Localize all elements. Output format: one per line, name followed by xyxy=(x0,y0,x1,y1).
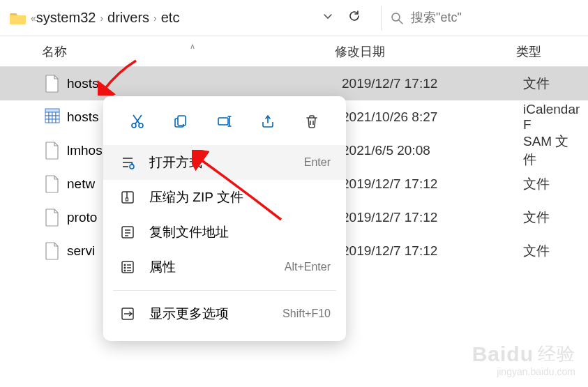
context-menu-label: 打开方式 xyxy=(149,153,304,172)
svg-point-0 xyxy=(392,13,400,21)
search-box[interactable] xyxy=(381,6,582,31)
file-type: 文件 xyxy=(523,242,578,260)
file-row[interactable]: hosts2019/12/7 17:12文件 xyxy=(0,67,588,100)
svg-rect-3 xyxy=(45,112,49,116)
folder-icon xyxy=(10,11,27,25)
refresh-button[interactable] xyxy=(340,6,368,29)
copy-button[interactable] xyxy=(167,107,196,135)
svg-rect-4 xyxy=(49,112,52,116)
context-menu-item[interactable]: 打开方式Enter xyxy=(103,145,346,180)
breadcrumb: system32 › drivers › etc xyxy=(36,10,180,26)
context-menu-item[interactable]: 属性Alt+Enter xyxy=(103,250,346,284)
column-header-date[interactable]: 修改日期 xyxy=(335,43,516,60)
file-type: 文件 xyxy=(523,175,578,193)
watermark: Baidu经验 jingyan.baidu.com xyxy=(472,342,575,377)
chevron-right-icon: › xyxy=(153,13,157,24)
svg-rect-9 xyxy=(52,116,56,119)
context-menu: 打开方式Enter压缩为 ZIP 文件复制文件地址属性Alt+Enter 显示更… xyxy=(103,96,346,341)
svg-rect-7 xyxy=(45,116,49,119)
copy-path-icon xyxy=(119,223,137,241)
chevron-right-icon: › xyxy=(100,13,103,24)
delete-button[interactable] xyxy=(297,107,326,135)
svg-line-1 xyxy=(399,20,402,24)
file-date: 2021/10/26 8:27 xyxy=(342,109,523,125)
svg-rect-20 xyxy=(218,118,228,125)
context-menu-label: 复制文件地址 xyxy=(149,223,331,241)
svg-rect-13 xyxy=(52,119,56,123)
breadcrumb-item[interactable]: system32 xyxy=(36,10,96,26)
svg-point-15 xyxy=(132,123,136,128)
sort-indicator-icon: ∧ xyxy=(190,42,195,51)
rename-button[interactable] xyxy=(210,107,239,135)
context-menu-item[interactable]: 复制文件地址 xyxy=(103,215,346,250)
column-header-type[interactable]: 类型 xyxy=(516,43,578,60)
svg-rect-6 xyxy=(56,112,59,116)
file-type: iCalendar F xyxy=(523,102,580,132)
search-input[interactable] xyxy=(411,10,574,25)
svg-point-29 xyxy=(130,165,134,169)
breadcrumb-item[interactable]: drivers xyxy=(107,10,149,26)
context-menu-label: 压缩为 ZIP 文件 xyxy=(149,188,331,206)
path-dropdown-button[interactable] xyxy=(315,8,340,28)
show-more-icon xyxy=(119,305,137,323)
column-header-name[interactable]: 名称 xyxy=(42,43,335,60)
svg-rect-14 xyxy=(56,119,59,123)
context-menu-shortcut: Enter xyxy=(304,156,331,169)
svg-rect-5 xyxy=(52,112,56,116)
file-type: 文件 xyxy=(523,75,578,93)
context-menu-divider xyxy=(113,290,336,291)
file-type: SAM 文件 xyxy=(523,132,578,169)
context-menu-action-row xyxy=(103,103,346,145)
breadcrumb-sep: « xyxy=(31,13,36,24)
context-menu-shortcut: Alt+Enter xyxy=(285,261,331,273)
svg-rect-30 xyxy=(122,192,133,203)
breadcrumb-area: « system32 › drivers › etc xyxy=(6,6,368,29)
properties-icon xyxy=(119,258,137,276)
svg-rect-12 xyxy=(49,119,52,123)
file-icon xyxy=(45,142,60,160)
svg-rect-10 xyxy=(56,116,59,119)
svg-rect-11 xyxy=(45,119,49,123)
file-icon xyxy=(45,75,60,93)
file-icon xyxy=(45,175,60,193)
search-icon xyxy=(390,11,404,25)
file-icon xyxy=(45,242,60,260)
context-menu-shortcut: Shift+F10 xyxy=(282,308,331,320)
file-date: 2019/12/7 17:12 xyxy=(342,210,523,225)
open-with-icon xyxy=(119,153,137,172)
file-name: hosts xyxy=(67,76,342,91)
file-date: 2021/6/5 20:08 xyxy=(342,143,523,158)
address-toolbar: « system32 › drivers › etc xyxy=(0,0,588,36)
file-date: 2019/12/7 17:12 xyxy=(342,243,523,259)
context-menu-item[interactable]: 压缩为 ZIP 文件 xyxy=(103,180,346,215)
cut-button[interactable] xyxy=(123,107,152,135)
zip-icon xyxy=(119,188,137,206)
file-icon xyxy=(45,208,60,227)
svg-rect-2 xyxy=(45,109,59,112)
svg-rect-8 xyxy=(49,116,52,119)
file-type: 文件 xyxy=(523,208,578,227)
file-date: 2019/12/7 17:12 xyxy=(342,176,523,192)
context-menu-label: 显示更多选项 xyxy=(149,305,282,323)
svg-rect-32 xyxy=(126,198,128,201)
breadcrumb-item[interactable]: etc xyxy=(161,10,180,26)
context-menu-label: 属性 xyxy=(149,258,285,276)
svg-rect-19 xyxy=(178,116,186,126)
ical-icon xyxy=(45,108,60,126)
file-date: 2019/12/7 17:12 xyxy=(342,76,523,91)
svg-point-16 xyxy=(139,123,143,128)
column-headers: ∧ 名称 修改日期 类型 xyxy=(0,36,588,67)
share-button[interactable] xyxy=(253,107,282,135)
context-menu-show-more[interactable]: 显示更多选项 Shift+F10 xyxy=(103,296,346,331)
